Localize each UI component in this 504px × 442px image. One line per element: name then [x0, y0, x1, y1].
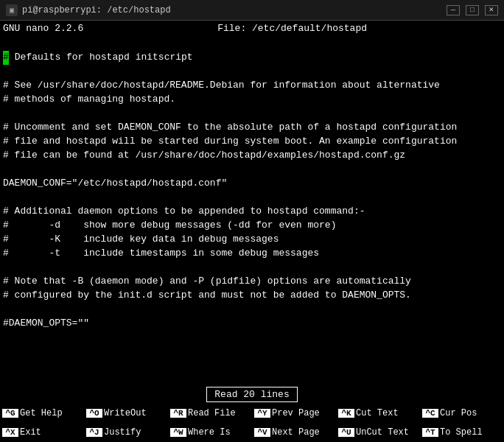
shortcut-item: ^VNext Page — [252, 423, 336, 442]
titlebar: ▣ pi@raspberrypi: /etc/hostapd ─ □ ✕ — [0, 0, 504, 21]
editor-line — [3, 163, 501, 177]
shortcut-key: ^C — [422, 409, 438, 418]
shortcut-label: Get Help — [20, 408, 63, 418]
editor-line — [3, 261, 501, 275]
line-text: #DAEMON_OPTS="" — [3, 317, 89, 331]
nano-header: GNU nano 2.2.6 File: /etc/default/hostap… — [0, 21, 504, 35]
maximize-button[interactable]: □ — [466, 5, 479, 15]
shortcut-label: To Spell — [440, 427, 483, 438]
shortcut-key: ^G — [2, 409, 18, 418]
line-text — [3, 163, 9, 177]
window-controls: ─ □ ✕ — [447, 5, 498, 15]
editor-line: # -t include timestamps in some debug me… — [3, 247, 501, 261]
line-text: Defaults for hostapd initscript — [9, 51, 193, 65]
editor-line — [3, 107, 501, 121]
line-text: # Uncomment and set DAEMON_CONF to the a… — [3, 121, 457, 135]
line-text: # -t include timestamps in some debug me… — [3, 247, 319, 261]
editor-line: # Defaults for hostapd initscript — [3, 51, 501, 65]
line-text — [3, 261, 9, 275]
status-bar: Read 20 lines — [0, 385, 504, 404]
line-text: # Additional daemon options to be append… — [3, 205, 365, 219]
editor-line: # See /usr/share/doc/hostapd/README.Debi… — [3, 79, 501, 93]
shortcut-item: ^KCut Text — [336, 404, 420, 423]
editor-line — [3, 303, 501, 317]
cursor: # — [3, 51, 9, 65]
line-text: # -K include key data in debug messages — [3, 233, 279, 247]
shortcut-item: ^YPrev Page — [252, 404, 336, 423]
shortcut-label: Read File — [188, 408, 236, 418]
shortcut-label: Prev Page — [272, 408, 320, 418]
shortcut-key: ^T — [422, 428, 438, 437]
shortcut-item: ^JJustify — [84, 423, 168, 442]
editor-line: #DAEMON_OPTS="" — [3, 317, 501, 331]
editor-line: DAEMON_CONF="/etc/hostapd/hostapd.conf" — [3, 177, 501, 191]
editor-line: # -d show more debug messages (-dd for e… — [3, 219, 501, 233]
line-text — [3, 303, 9, 317]
nano-filename: File: /etc/default/hostapd — [217, 23, 367, 34]
shortcut-item: ^WWhere Is — [168, 423, 252, 442]
line-text: # configured by the init.d script and mu… — [3, 289, 411, 303]
shortcut-label: WriteOut — [104, 408, 147, 418]
close-button[interactable]: ✕ — [485, 5, 498, 15]
shortcuts-bar: ^GGet Help^OWriteOut^RRead File^YPrev Pa… — [0, 404, 504, 442]
editor-line: # file can be found at /usr/share/doc/ho… — [3, 149, 501, 163]
shortcut-key: ^K — [338, 409, 354, 418]
shortcut-key: ^X — [2, 428, 18, 437]
shortcut-key: ^U — [338, 428, 354, 437]
line-text: # Note that -B (daemon mode) and -P (pid… — [3, 275, 411, 289]
minimize-button[interactable]: ─ — [447, 5, 460, 15]
status-message: Read 20 lines — [206, 387, 297, 402]
line-text: # file can be found at /usr/share/doc/ho… — [3, 149, 405, 163]
terminal-icon: ▣ — [6, 4, 18, 16]
shortcut-label: Next Page — [272, 427, 320, 438]
line-text — [3, 65, 9, 79]
shortcut-key: ^W — [170, 428, 186, 437]
editor-line — [3, 65, 501, 79]
shortcut-item: ^XExit — [0, 423, 84, 442]
line-text: DAEMON_CONF="/etc/hostapd/hostapd.conf" — [3, 177, 227, 191]
shortcut-key: ^O — [86, 409, 102, 418]
line-text: # file and hostapd will be started durin… — [3, 135, 457, 149]
shortcut-item: ^CCur Pos — [420, 404, 504, 423]
shortcut-item: ^RRead File — [168, 404, 252, 423]
editor-line: # Note that -B (daemon mode) and -P (pid… — [3, 275, 501, 289]
shortcut-label: UnCut Text — [356, 427, 409, 438]
window-title: pi@raspberrypi: /etc/hostapd — [22, 5, 171, 15]
shortcut-key: ^Y — [254, 409, 270, 418]
editor-line: # Additional daemon options to be append… — [3, 205, 501, 219]
shortcut-label: Where Is — [188, 427, 231, 438]
shortcut-item: ^UUnCut Text — [336, 423, 420, 442]
shortcut-key: ^R — [170, 409, 186, 418]
nano-version: GNU nano 2.2.6 — [3, 23, 83, 34]
shortcut-label: Exit — [20, 427, 41, 438]
shortcut-label: Cur Pos — [440, 408, 477, 418]
shortcut-item: ^GGet Help — [0, 404, 84, 423]
line-text: # methods of managing hostapd. — [3, 93, 175, 107]
shortcut-item: ^TTo Spell — [420, 423, 504, 442]
line-text: # See /usr/share/doc/hostapd/README.Debi… — [3, 79, 440, 93]
titlebar-left: ▣ pi@raspberrypi: /etc/hostapd — [6, 4, 171, 16]
line-text — [3, 107, 9, 121]
shortcut-label: Justify — [104, 427, 141, 438]
editor-line: # methods of managing hostapd. — [3, 93, 501, 107]
line-text: # -d show more debug messages (-dd for e… — [3, 219, 336, 233]
shortcut-label: Cut Text — [356, 408, 399, 418]
editor-line: # file and hostapd will be started durin… — [3, 135, 501, 149]
shortcut-key: ^J — [86, 428, 102, 437]
editor-line: # configured by the init.d script and mu… — [3, 289, 501, 303]
line-text — [3, 191, 9, 205]
shortcut-key: ^V — [254, 428, 270, 437]
editor-line: # -K include key data in debug messages — [3, 233, 501, 247]
editor-line: # Uncomment and set DAEMON_CONF to the a… — [3, 121, 501, 135]
editor-line — [3, 191, 501, 205]
shortcut-item: ^OWriteOut — [84, 404, 168, 423]
editor-area[interactable]: # Defaults for hostapd initscript # See … — [0, 35, 504, 385]
